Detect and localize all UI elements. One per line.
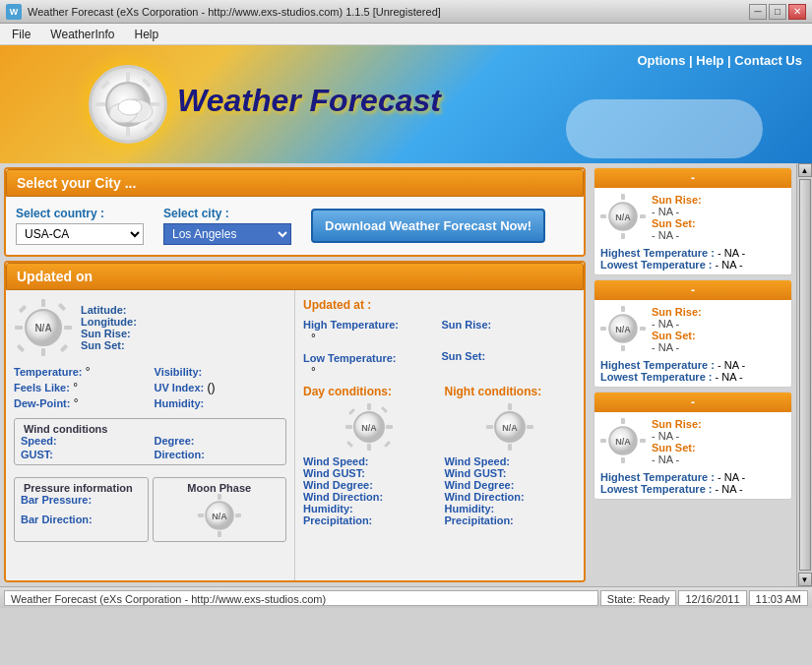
title-bar: W Weather Forecast (eXs Corporation - ht… — [0, 0, 812, 24]
svg-rect-18 — [17, 344, 25, 352]
card2-body: N/A Sun Rise: - NA - Sun Set: - NA - — [594, 300, 791, 359]
card3-low-label: Lowest Temperature : — [600, 483, 713, 495]
day-wind-data: Wind Speed: Wind GUST: Wind Degree: Wind… — [303, 455, 435, 526]
d-precipitation: Precipitation: — [303, 514, 372, 526]
card3-high-label: Highest Temperature : — [600, 471, 715, 483]
maximize-button[interactable]: □ — [769, 4, 786, 20]
svg-rect-41 — [527, 425, 533, 429]
n-wind-degree: Wind Degree: — [445, 479, 515, 491]
card1-header: - — [594, 168, 791, 188]
gust-label: GUST: — [21, 449, 53, 460]
card3-body: N/A Sun Rise: - NA - Sun Set: - NA - — [594, 412, 791, 471]
status-state: State: Ready — [600, 590, 677, 606]
card1-icon: N/A — [600, 194, 646, 239]
close-button[interactable]: ✕ — [788, 4, 806, 20]
night-conditions-block: Night conditions: — [445, 385, 577, 526]
d-wind-gust: Wind GUST: — [303, 467, 365, 479]
scroll-up-button[interactable]: ▲ — [798, 163, 812, 177]
download-button[interactable]: Download Weather Forecast Now! — [311, 209, 545, 243]
card3-sun-rise-label: Sun Rise: — [652, 418, 702, 430]
banner-cloud — [566, 99, 763, 158]
card2-sun-rise-label: Sun Rise: — [652, 306, 702, 318]
svg-rect-6 — [98, 121, 108, 131]
svg-rect-24 — [198, 514, 204, 517]
night-wind-data: Wind Speed: Wind GUST: Wind Degree: Wind… — [445, 455, 577, 526]
visibility-label: Visibility: — [155, 366, 203, 378]
wind-header: Wind conditions — [21, 423, 280, 435]
svg-rect-14 — [15, 326, 23, 330]
svg-text:N/A: N/A — [212, 512, 227, 521]
scroll-down-button[interactable]: ▼ — [798, 573, 812, 586]
svg-rect-28 — [367, 403, 371, 410]
card2-sun-set-value: - NA - — [652, 341, 702, 353]
latitude-label: Latitude: — [81, 304, 126, 316]
svg-text:N/A: N/A — [615, 212, 631, 222]
svg-rect-3 — [151, 102, 160, 106]
dew-label: Dew-Point: — [14, 397, 70, 409]
select-section-header: Select your City ... — [6, 169, 584, 197]
card1-text: Sun Rise: - NA - Sun Set: - NA - — [652, 194, 702, 241]
uv-label: UV Index: — [155, 382, 205, 393]
menu-help[interactable]: Help — [127, 26, 167, 43]
updated-content: N/A Latitu — [6, 290, 584, 582]
svg-text:N/A: N/A — [615, 437, 631, 447]
n-humidity: Humidity: — [445, 503, 495, 514]
banner-title: Weather Forecast — [177, 83, 441, 119]
updated-section: Updated on — [4, 261, 586, 582]
country-select[interactable]: USA-CA — [16, 223, 144, 245]
card1-low-value: - NA - — [716, 259, 743, 271]
card1-high-value: - NA - — [718, 247, 745, 259]
status-text: Weather Forecast (eXs Corporation - http… — [4, 590, 598, 606]
updated-at-label: Updated at : — [303, 298, 371, 312]
n-wind-speed: Wind Speed: — [445, 455, 511, 467]
scroll-thumb[interactable] — [799, 179, 811, 571]
speed-label: Speed: — [21, 435, 57, 447]
city-select[interactable]: Los Angeles — [163, 223, 291, 245]
svg-rect-45 — [621, 233, 625, 239]
card3-icon: N/A — [600, 418, 646, 463]
card2-low-label: Lowest Temperature : — [600, 371, 713, 383]
low-temp-unit: ° — [303, 365, 438, 379]
svg-rect-40 — [486, 425, 493, 429]
moon-phase-box: Moon Phase N/A — [153, 477, 287, 542]
svg-rect-34 — [346, 441, 353, 448]
pressure-box: Pressure information Bar Pressure: Bar D… — [14, 477, 149, 542]
d-wind-direction: Wind Direction: — [303, 491, 383, 503]
weather-icon-main: N/A — [14, 298, 73, 357]
day-conditions-block: Day conditions: — [303, 385, 435, 526]
card3-temps: Highest Temperature : - NA - Lowest Temp… — [594, 471, 791, 499]
high-temp-label: High Temperature: — [303, 319, 399, 331]
sun-set-label: Sun Set: — [81, 339, 125, 351]
card3-sun-rise-value: - NA - — [652, 430, 702, 442]
card2-header: - — [594, 280, 791, 300]
d-wind-degree: Wind Degree: — [303, 479, 373, 491]
svg-rect-19 — [60, 344, 68, 352]
updated-section-header: Updated on — [6, 263, 584, 290]
card2-icon: N/A — [600, 306, 646, 351]
d-wind-speed: Wind Speed: — [303, 455, 369, 467]
n-wind-direction: Wind Direction: — [445, 491, 525, 503]
bar-pressure-label: Bar Pressure: — [21, 494, 92, 506]
scrollbar[interactable]: ▲ ▼ — [796, 163, 812, 586]
city-label: Select city : — [163, 207, 291, 220]
card1-sun-rise-label: Sun Rise: — [652, 194, 702, 206]
minimize-button[interactable]: ─ — [749, 4, 767, 20]
svg-rect-56 — [621, 418, 625, 424]
card3-sun-set-label: Sun Set: — [652, 442, 696, 453]
d-humidity: Humidity: — [303, 503, 353, 514]
day-icon-container: N/A — [303, 402, 435, 452]
temp-suntime-row: High Temperature: ° Low Temperature: ° S… — [303, 318, 576, 379]
moon-icon: N/A — [198, 494, 241, 537]
night-icon-container: N/A — [445, 402, 577, 452]
feels-label: Feels Like: — [14, 382, 70, 393]
card3-high-value: - NA - — [718, 471, 745, 483]
menu-weather-info[interactable]: WeatherInfo — [42, 26, 122, 43]
menu-file[interactable]: File — [4, 26, 38, 43]
svg-text:N/A: N/A — [361, 423, 377, 433]
select-content: Select country : USA-CA Select city : Lo… — [6, 197, 584, 255]
right-panel: - N/A — [590, 163, 796, 586]
night-weather-icon: N/A — [485, 402, 534, 452]
card2-high-value: - NA - — [718, 359, 745, 371]
banner-options[interactable]: Options | Help | Contact Us — [637, 53, 802, 68]
card1-body: N/A Sun Rise: - NA - Sun Set: - NA - — [594, 188, 791, 247]
